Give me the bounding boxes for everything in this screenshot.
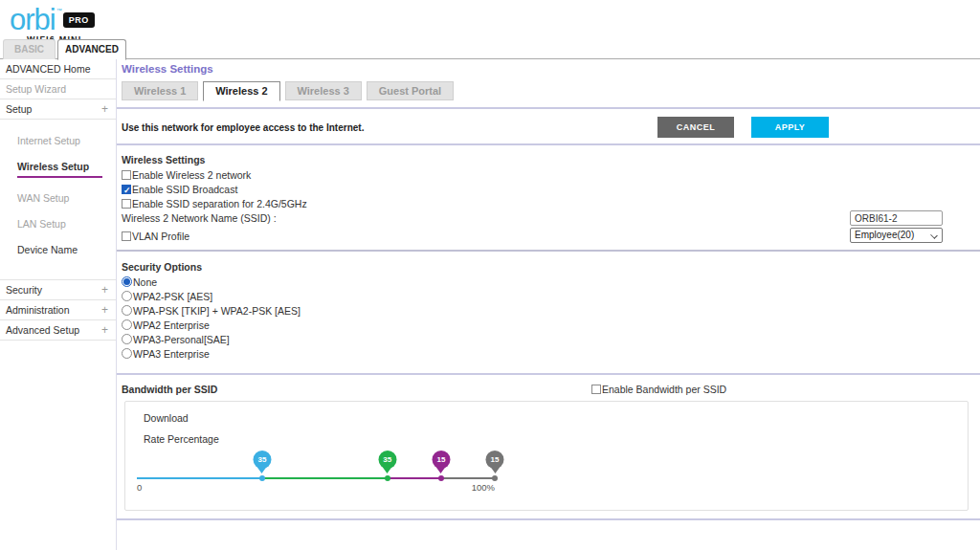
bandwidth-heading: Bandwidth per SSID bbox=[122, 384, 217, 395]
security-wpa3ent-radio[interactable] bbox=[122, 348, 132, 359]
vlan-profile-checkbox[interactable] bbox=[122, 231, 131, 241]
wireless-settings-heading: Wireless Settings bbox=[122, 154, 205, 165]
slider-segment bbox=[441, 477, 495, 479]
divider bbox=[117, 373, 980, 375]
security-option-wpa2psk-row: WPA2-PSK [AES] bbox=[122, 290, 212, 302]
enable-ssid-broadcast-checkbox[interactable] bbox=[122, 185, 131, 194]
expand-plus-icon[interactable]: + bbox=[101, 99, 108, 120]
slider-dot[interactable] bbox=[438, 475, 444, 481]
pin-tip bbox=[383, 467, 392, 473]
slider-handle-ssid4[interactable]: 15 bbox=[486, 451, 504, 475]
slider-max-label: 100% bbox=[472, 482, 495, 493]
ssid-name-input[interactable] bbox=[850, 210, 943, 226]
enable-bandwidth-row: Enable Bandwidth per SSID bbox=[591, 383, 726, 395]
slider-dot[interactable] bbox=[492, 475, 498, 481]
sidebar-item-lan-setup[interactable]: LAN Setup bbox=[0, 218, 116, 231]
divider bbox=[117, 143, 980, 145]
sidebar-item-advanced-home[interactable]: ADVANCED Home bbox=[0, 59, 116, 79]
security-none-radio[interactable] bbox=[122, 276, 132, 287]
security-options-heading: Security Options bbox=[122, 261, 202, 273]
wireless-tab-strip: Wireless 1 Wireless 2 Wireless 3 Guest P… bbox=[122, 81, 456, 100]
security-option-wpa3ent-row: WPA3 Enterprise bbox=[122, 347, 210, 360]
orbi-admin-page: orbi ™ PRO WIFI6 MINI BASIC ADVANCED ADV… bbox=[0, 0, 980, 550]
tab-advanced[interactable]: ADVANCED bbox=[57, 39, 126, 60]
slider-min-label: 0 bbox=[137, 482, 142, 493]
sidebar-item-security[interactable]: Security + bbox=[0, 280, 116, 300]
security-option-wpa2ent-row: WPA2 Enterprise bbox=[122, 319, 210, 331]
tab-guest-portal[interactable]: Guest Portal bbox=[367, 81, 454, 100]
sidebar-item-setup-wizard[interactable]: Setup Wizard bbox=[0, 79, 116, 99]
network-description-text: Use this network for employee access to … bbox=[122, 122, 364, 133]
slider-segment bbox=[262, 477, 388, 479]
divider bbox=[117, 250, 980, 252]
enable-wireless2-checkbox[interactable] bbox=[122, 170, 131, 180]
sidebar-item-advanced-setup[interactable]: Advanced Setup + bbox=[0, 320, 116, 341]
security-option-none-row: None bbox=[122, 275, 157, 288]
tab-wireless-3[interactable]: Wireless 3 bbox=[285, 81, 362, 100]
slider-handle-ssid1[interactable]: 35 bbox=[253, 451, 271, 475]
sidebar-item-wan-setup[interactable]: WAN Setup bbox=[0, 192, 116, 205]
divider bbox=[117, 107, 980, 109]
sidebar-item-administration[interactable]: Administration + bbox=[0, 300, 116, 320]
trademark-symbol: ™ bbox=[56, 8, 62, 13]
slider-dot[interactable] bbox=[385, 475, 390, 481]
sidebar-item-internet-setup[interactable]: Internet Setup bbox=[0, 135, 116, 147]
enable-ssid-broadcast-row: Enable SSID Broadcast bbox=[122, 183, 237, 195]
pro-badge: PRO bbox=[63, 12, 95, 28]
apply-button[interactable]: APPLY bbox=[751, 117, 829, 138]
expand-plus-icon[interactable]: + bbox=[101, 300, 108, 320]
pin-tip bbox=[257, 467, 267, 473]
pin-tip bbox=[436, 467, 446, 473]
slider-dot[interactable] bbox=[259, 475, 265, 481]
enable-ssid-separation-row: Enable SSID separation for 2.4G/5GHz bbox=[122, 197, 307, 209]
cancel-button[interactable]: CANCEL bbox=[657, 117, 734, 138]
tab-wireless-2[interactable]: Wireless 2 bbox=[203, 81, 279, 101]
page-title: Wireless Settings bbox=[122, 63, 213, 75]
enable-wireless2-row: Enable Wireless 2 network bbox=[122, 168, 251, 181]
sidebar-setup-subgroup: Internet Setup Wireless Setup WAN Setup … bbox=[0, 120, 116, 280]
slider-handle-ssid3[interactable]: 15 bbox=[432, 451, 450, 475]
security-wpa2psk-radio[interactable] bbox=[122, 291, 132, 301]
brand-wordmark: orbi bbox=[10, 4, 56, 36]
security-wpa3sae-radio[interactable] bbox=[122, 334, 132, 344]
expand-plus-icon[interactable]: + bbox=[101, 280, 108, 300]
vlan-profile-select[interactable]: Employee(20) bbox=[850, 228, 943, 243]
tab-basic[interactable]: BASIC bbox=[3, 39, 56, 59]
rate-percentage-slider: 35 35 15 15 0 100% bbox=[137, 451, 495, 491]
download-label: Download bbox=[144, 412, 189, 424]
rate-percentage-label: Rate Percentage bbox=[144, 433, 219, 445]
chevron-down-icon bbox=[930, 231, 938, 239]
vlan-profile-row: VLAN Profile bbox=[122, 230, 189, 242]
sidebar-item-setup[interactable]: Setup + bbox=[0, 99, 116, 120]
divider bbox=[117, 518, 980, 520]
tab-wireless-1[interactable]: Wireless 1 bbox=[122, 81, 198, 100]
ssid-name-label: Wireless 2 Network Name (SSID) : bbox=[122, 212, 277, 224]
security-option-wpa3sae-row: WPA3-Personal[SAE] bbox=[122, 333, 230, 345]
security-wpamixed-radio[interactable] bbox=[122, 305, 132, 316]
pin-tip bbox=[490, 467, 500, 473]
sidebar-item-wireless-setup[interactable]: Wireless Setup bbox=[0, 161, 116, 178]
enable-bandwidth-checkbox[interactable] bbox=[591, 385, 601, 394]
top-tab-bar: BASIC ADVANCED bbox=[0, 39, 980, 59]
slider-segment bbox=[388, 477, 441, 479]
security-option-wpamixed-row: WPA-PSK [TKIP] + WPA2-PSK [AES] bbox=[122, 304, 301, 317]
orbi-logo: orbi ™ PRO WIFI6 MINI bbox=[10, 4, 124, 44]
sidebar-item-device-name[interactable]: Device Name bbox=[0, 244, 116, 256]
slider-handle-ssid2[interactable]: 35 bbox=[378, 451, 396, 475]
enable-ssid-separation-checkbox[interactable] bbox=[122, 199, 131, 209]
security-wpa2ent-radio[interactable] bbox=[122, 319, 132, 330]
sidebar-nav: ADVANCED Home Setup Wizard Setup + Inter… bbox=[0, 59, 117, 550]
slider-segment bbox=[137, 477, 262, 479]
expand-plus-icon[interactable]: + bbox=[101, 320, 108, 341]
